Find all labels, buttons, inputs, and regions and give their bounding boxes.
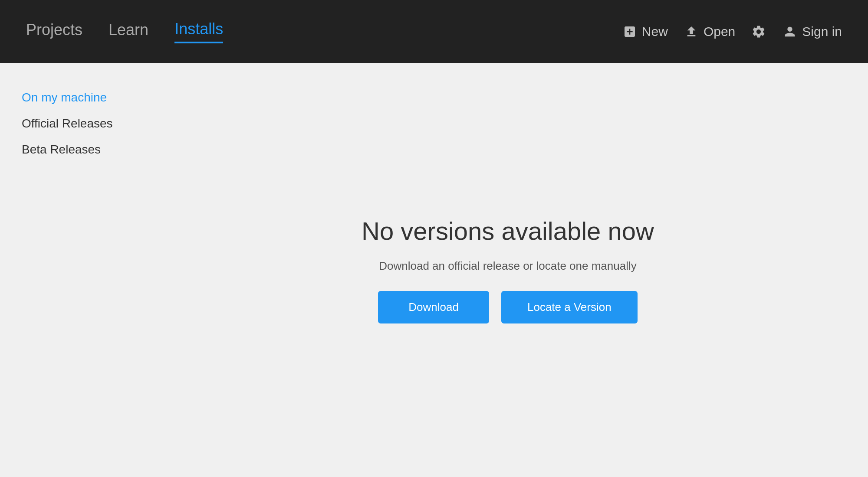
app-header: Projects Learn Installs New Open: [0, 0, 868, 63]
main-content: No versions available now Download an of…: [148, 63, 868, 477]
sign-in-label: Sign in: [802, 24, 842, 39]
sidebar: On my machine Official Releases Beta Rel…: [0, 63, 148, 477]
user-icon: [782, 24, 798, 39]
main-nav: Projects Learn Installs: [26, 20, 622, 43]
gear-icon: [751, 24, 766, 39]
sidebar-item-on-my-machine[interactable]: On my machine: [22, 85, 126, 111]
content-area: On my machine Official Releases Beta Rel…: [0, 63, 868, 477]
download-button[interactable]: Download: [378, 291, 489, 323]
locate-version-button[interactable]: Locate a Version: [501, 291, 638, 323]
nav-installs[interactable]: Installs: [174, 20, 223, 43]
new-icon: [622, 24, 638, 39]
page-title: No versions available now: [362, 216, 654, 245]
open-label: Open: [704, 24, 735, 39]
sidebar-item-official-releases[interactable]: Official Releases: [22, 111, 126, 137]
nav-learn[interactable]: Learn: [108, 21, 148, 42]
settings-button[interactable]: [751, 24, 766, 39]
header-actions: New Open Sign in: [622, 24, 842, 39]
new-label: New: [642, 24, 668, 39]
page-subtitle: Download an official release or locate o…: [379, 259, 637, 273]
nav-projects[interactable]: Projects: [26, 21, 82, 42]
sign-in-button[interactable]: Sign in: [782, 24, 842, 39]
open-button[interactable]: Open: [684, 24, 735, 39]
open-icon: [684, 24, 699, 39]
action-buttons: Download Locate a Version: [378, 291, 637, 323]
sidebar-item-beta-releases[interactable]: Beta Releases: [22, 137, 126, 163]
new-button[interactable]: New: [622, 24, 668, 39]
